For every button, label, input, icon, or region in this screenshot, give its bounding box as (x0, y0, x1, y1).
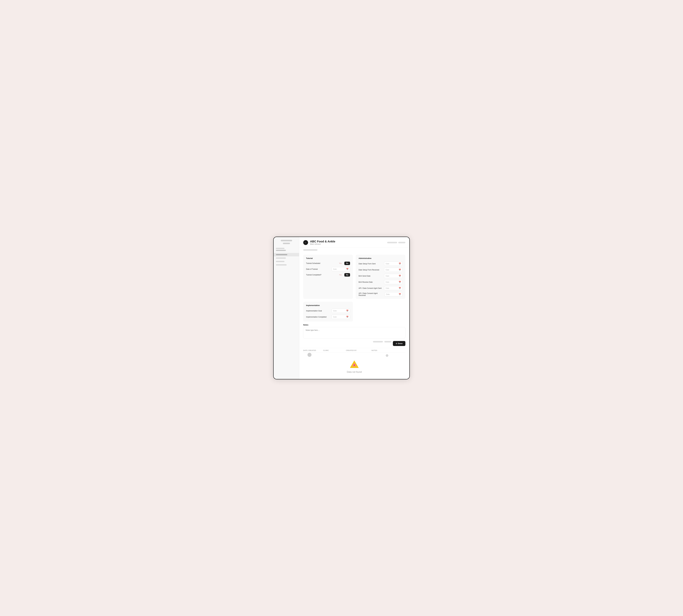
date-setup-received-input[interactable]: Date 📅 (384, 268, 402, 272)
empty-circle-small (386, 354, 388, 357)
sidebar (273, 237, 299, 379)
app-content: ← ABC Food & Ankle Mark Johnson (273, 237, 410, 379)
empty-state: Data not found (303, 353, 405, 379)
baa-receive-field: BAA Receive Date Date 📅 (358, 280, 402, 284)
calendar-icon-8: 📅 (346, 310, 349, 312)
action-pill-2 (384, 341, 392, 343)
table-header: DATE CREATED CLINIC CREATED BY NOTES (303, 348, 405, 353)
calendar-icon-6: 📅 (399, 287, 401, 289)
api-consent-sent-field: API / Data Consent Agmt Sent Date 📅 (358, 286, 402, 290)
tutorial-scheduled-controls: Yes No (337, 262, 350, 265)
action-pill-1 (373, 341, 383, 343)
tutorial-scheduled-yes[interactable]: Yes (337, 262, 344, 265)
page-subtitle: Mark Johnson (310, 243, 335, 245)
tutorial-scheduled-label: Tutorial Scheduled (306, 262, 320, 264)
sidebar-item-active[interactable] (273, 253, 299, 256)
api-consent-received-input[interactable]: Date 📅 (384, 292, 402, 296)
implementation-section-title: Implementation (306, 304, 350, 306)
date-setup-sent-label: Date Setup Form Sent (358, 263, 375, 265)
notes-textarea[interactable] (303, 327, 405, 338)
date-setup-sent-field: Date Setup Form Sent Date 📅 (358, 262, 402, 266)
baa-send-label: BAA Send Date (358, 275, 370, 277)
tutorial-scheduled-field: Tutorial Scheduled Yes No (306, 262, 350, 265)
done-icon: ⊙ (396, 343, 397, 345)
svg-point-6 (356, 366, 357, 367)
date-setup-sent-input[interactable]: Date 📅 (384, 262, 402, 266)
sidebar-item-3[interactable] (273, 263, 299, 267)
calendar-icon-5: 📅 (399, 281, 401, 283)
date-of-tutorial-field: Date of Tutorial Date 📅 (306, 267, 350, 271)
breadcrumb (303, 249, 317, 251)
notes-title: Notes (303, 324, 405, 326)
svg-point-7 (353, 364, 353, 364)
implementation-completed-label: Implementation Completed (306, 316, 326, 318)
device-frame: ← ABC Food & Ankle Mark Johnson (273, 237, 410, 379)
tutorial-completed-field: Tutorial Completed? Yes No (306, 273, 350, 277)
form-container: Tutorial Tutorial Scheduled Yes No Date … (299, 252, 410, 324)
implementation-goal-label: Implementation Goal (306, 310, 322, 312)
sidebar-nav-2 (276, 250, 286, 251)
calendar-icon-1: 📅 (346, 268, 349, 270)
baa-send-input[interactable]: Date 📅 (384, 274, 402, 278)
baa-receive-input[interactable]: Date 📅 (384, 280, 402, 284)
page-title-group: ABC Food & Ankle Mark Johnson (310, 240, 335, 245)
svg-point-10 (354, 365, 355, 365)
col-clinic: CLINIC (323, 350, 346, 351)
tutorial-completed-label: Tutorial Completed? (306, 274, 322, 276)
action-bar: ⊙ Done (299, 339, 410, 348)
calendar-icon-3: 📅 (399, 269, 401, 271)
page-header: ← ABC Food & Ankle Mark Johnson (299, 237, 410, 247)
svg-point-9 (354, 365, 354, 365)
logo-bar (281, 240, 292, 241)
header-actions (387, 242, 405, 243)
table-section: DATE CREATED CLINIC CREATED BY NOTES (299, 348, 410, 379)
svg-point-8 (355, 364, 356, 364)
calendar-icon-7: 📅 (399, 293, 401, 295)
sidebar-nav-1 (276, 248, 284, 249)
administrative-section-title: Administrative (358, 257, 402, 259)
main-area: ← ABC Food & Ankle Mark Johnson (299, 237, 410, 379)
api-consent-sent-input[interactable]: Date 📅 (384, 286, 402, 290)
date-setup-received-field: Date Setup Form Received Date 📅 (358, 268, 402, 272)
baa-receive-label: BAA Receive Date (358, 281, 373, 283)
tutorial-section-title: Tutorial (306, 257, 350, 259)
col-notes: NOTES (372, 350, 405, 351)
col-date-created: DATE CREATED (303, 350, 323, 351)
col-created-by: CREATED BY (346, 350, 372, 351)
administrative-section: Administrative Date Setup Form Sent Date… (356, 255, 405, 299)
done-button[interactable]: ⊙ Done (393, 341, 405, 346)
date-of-tutorial-label: Date of Tutorial (306, 268, 317, 270)
back-button[interactable]: ← (303, 240, 308, 245)
sidebar-logo (273, 240, 299, 245)
implementation-completed-input[interactable]: Date 📅 (332, 315, 350, 319)
tutorial-completed-controls: Yes No (337, 273, 350, 277)
empty-text: Data not found (347, 371, 362, 373)
calendar-icon-2: 📅 (399, 263, 401, 265)
svg-point-2 (354, 364, 355, 365)
form-row-top: Tutorial Tutorial Scheduled Yes No Date … (303, 255, 405, 299)
implementation-goal-input[interactable]: Date 📅 (332, 309, 350, 313)
implementation-section: Implementation Implementation Goal Date … (303, 302, 353, 322)
tutorial-scheduled-no[interactable]: No (344, 262, 350, 265)
date-of-tutorial-placeholder: Date (333, 268, 345, 270)
date-of-tutorial-input[interactable]: Date 📅 (332, 267, 350, 271)
header-pill-2 (398, 242, 405, 243)
empty-circle-large (308, 353, 311, 357)
done-label: Done (398, 343, 403, 345)
svg-point-5 (352, 366, 352, 367)
tutorial-completed-no[interactable]: No (344, 273, 350, 277)
sidebar-item-2[interactable] (273, 260, 299, 263)
sidebar-item-1[interactable] (273, 256, 299, 260)
date-setup-received-label: Date Setup Form Received (358, 269, 379, 271)
tutorial-completed-yes[interactable]: Yes (337, 273, 344, 277)
logo-bar-2 (283, 243, 290, 244)
implementation-completed-field: Implementation Completed Date 📅 (306, 315, 350, 319)
baa-send-field: BAA Send Date Date 📅 (358, 274, 402, 278)
calendar-icon-9: 📅 (346, 316, 349, 318)
breadcrumb-area (299, 247, 410, 252)
implementation-goal-field: Implementation Goal Date 📅 (306, 309, 350, 313)
api-consent-received-field: API / Data Consent Agmt Received Date 📅 (358, 292, 402, 296)
notes-section: Notes (303, 324, 405, 339)
api-consent-received-label: API / Data Consent Agmt Received (358, 292, 384, 296)
page-title: ABC Food & Ankle (310, 240, 335, 243)
